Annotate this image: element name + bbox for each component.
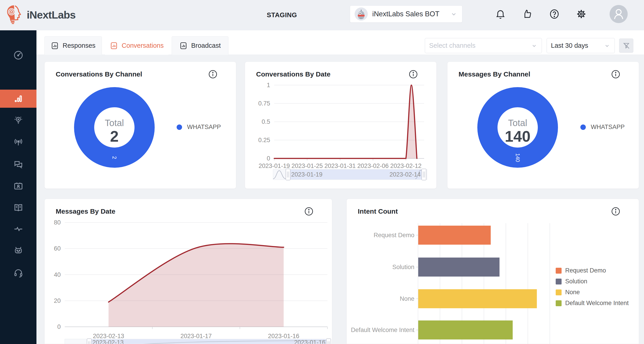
user-avatar[interactable] [610, 5, 628, 23]
info-icon[interactable] [611, 207, 620, 216]
datazoom-slider[interactable]: 2023-01-192023-02-14 [273, 169, 427, 180]
legend-item[interactable]: Default Welcome Intent [556, 300, 628, 306]
sidebar-item-knowledge[interactable] [0, 199, 36, 217]
environment-label: STAGING [267, 11, 297, 19]
svg-text:2023-02-13: 2023-02-13 [93, 333, 124, 340]
donut-center-total: Total 2 [92, 118, 137, 144]
tab-conversations[interactable]: Conversations [105, 36, 168, 55]
legend-swatch [556, 300, 562, 306]
sidebar-item-intents[interactable] [0, 111, 36, 129]
svg-text:Request Demo: Request Demo [374, 232, 414, 239]
messages-by-date-chart: 0204060802023-02-132023-01-172023-01-162… [44, 199, 332, 344]
sidebar-item-activity[interactable] [0, 220, 36, 238]
bot-avatar-icon [354, 7, 368, 20]
tab-responses[interactable]: Responses [44, 36, 102, 55]
tab-label: Broadcast [191, 42, 221, 49]
channels-placeholder: Select channels [429, 42, 476, 49]
sidebar-item-bot[interactable] [0, 241, 36, 259]
svg-text:0.75: 0.75 [258, 100, 270, 107]
chart-legend[interactable]: WHATSAPP [580, 124, 625, 131]
sidebar-item-conversations[interactable] [0, 155, 36, 174]
chevron-down-icon [531, 42, 538, 49]
svg-text:20: 20 [54, 297, 61, 304]
pulse-icon [13, 224, 24, 234]
datazoom-handle[interactable] [87, 339, 92, 344]
svg-text:80: 80 [54, 219, 61, 226]
svg-text:2023-02-12: 2023-02-12 [390, 162, 422, 169]
info-icon[interactable] [408, 69, 418, 79]
datazoom-slider[interactable]: 2023-02-132023-01-16 [65, 339, 331, 344]
svg-text:2023-01-16: 2023-01-16 [268, 333, 299, 340]
date-range-select[interactable]: Last 30 days [547, 38, 615, 53]
svg-text:60: 60 [54, 245, 61, 252]
brand-logo[interactable]: iNextLabs [5, 4, 76, 25]
sidebar-item-contacts[interactable] [0, 177, 36, 195]
info-icon[interactable] [611, 69, 620, 79]
legend-swatch [556, 268, 562, 274]
tab-broadcast[interactable]: Broadcast [172, 36, 228, 55]
gauge-icon [13, 50, 24, 60]
bar-request-demo[interactable] [418, 226, 491, 245]
legend-dot [580, 124, 586, 130]
gear-icon[interactable] [576, 8, 587, 19]
sidebar-item-analytics[interactable] [0, 90, 36, 108]
legend-item[interactable]: None [556, 289, 628, 295]
tab-label: Responses [62, 42, 95, 49]
sidebar-item-broadcast[interactable] [0, 133, 36, 151]
chart-legend[interactable]: Request DemoSolutionNoneDefault Welcome … [556, 268, 628, 306]
card-messages-by-channel: Messages By Channel 140 Total 140 WHATSA… [447, 61, 639, 189]
svg-text:2023-02-14: 2023-02-14 [390, 171, 421, 178]
legend-label: Request Demo [565, 267, 606, 274]
card-title: Conversations By Date [256, 70, 330, 78]
bar-none[interactable] [418, 289, 537, 308]
datazoom-handle[interactable] [326, 339, 331, 344]
chevron-down-icon [604, 42, 610, 49]
bot-selector[interactable]: iNextLabs Sales BOT [350, 5, 462, 23]
legend-swatch [556, 279, 562, 285]
dashboard-page: iNextLabs STAGING iNextLabs Sales BOT [0, 0, 644, 344]
sidebar-item-support[interactable] [0, 264, 36, 282]
datazoom-handle[interactable] [286, 169, 290, 180]
legend-swatch [556, 290, 562, 295]
clear-filter-button[interactable] [619, 38, 633, 53]
inextlabs-logo-icon [5, 4, 24, 25]
card-conversations-by-date: Conversations By Date 00.250.50.7512023-… [245, 61, 436, 189]
donut-center-total: Total 140 [495, 118, 540, 144]
svg-text:1: 1 [267, 82, 270, 88]
chart-legend[interactable]: WHATSAPP [176, 124, 221, 131]
svg-text:2: 2 [112, 156, 117, 159]
robot-icon [13, 245, 24, 256]
contact-card-icon [13, 181, 24, 191]
filter-off-icon [622, 42, 630, 50]
card-title: Intent Count [358, 208, 398, 215]
channels-select[interactable]: Select channels [425, 38, 542, 53]
svg-text:2023-02-06: 2023-02-06 [357, 162, 388, 169]
thumbs-up-icon[interactable] [522, 8, 533, 19]
bar-default-welcome-intent[interactable] [418, 321, 513, 340]
report-icon [110, 42, 118, 50]
card-title: Conversations By Channel [56, 70, 142, 78]
svg-text:2023-01-19: 2023-01-19 [258, 162, 290, 169]
bell-icon[interactable] [495, 8, 506, 19]
help-icon[interactable] [549, 8, 560, 19]
svg-text:2023-01-25: 2023-01-25 [292, 162, 323, 169]
legend-item[interactable]: Request Demo [556, 268, 628, 274]
svg-text:140: 140 [515, 153, 520, 162]
sidebar-item-dashboard[interactable] [0, 46, 36, 64]
svg-text:Default Welcome Intent: Default Welcome Intent [351, 327, 414, 333]
chat-bubbles-icon [13, 159, 24, 170]
svg-text:0.25: 0.25 [258, 137, 270, 143]
bar-solution[interactable] [418, 258, 500, 277]
card-messages-by-date: Messages By Date 0204060802023-02-132023… [44, 199, 332, 344]
legend-dot [176, 124, 182, 130]
info-icon[interactable] [208, 69, 218, 79]
report-icon [179, 42, 188, 50]
legend-label: WHATSAPP [187, 124, 221, 131]
svg-text:2023-02-13: 2023-02-13 [92, 339, 124, 344]
legend-item[interactable]: Solution [556, 278, 628, 285]
analytics-bars-icon [13, 93, 24, 104]
svg-text:0: 0 [267, 155, 270, 162]
legend-label: Default Welcome Intent [565, 300, 628, 307]
info-icon[interactable] [304, 207, 314, 216]
datazoom-handle[interactable] [422, 169, 426, 180]
